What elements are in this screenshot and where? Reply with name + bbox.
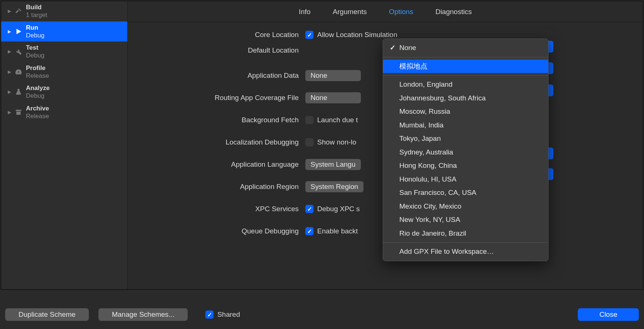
- app-region-select[interactable]: System Region: [305, 181, 363, 192]
- dropdown-item-none[interactable]: None: [383, 41, 548, 55]
- dropdown-separator: [383, 75, 548, 76]
- disclosure-icon: ▶: [8, 9, 11, 14]
- dropdown-separator: [383, 242, 548, 243]
- app-region-label: Application Region: [142, 183, 305, 191]
- caret-stub-icon: [548, 168, 553, 180]
- dropdown-item-city[interactable]: Hong Kong, China: [383, 159, 548, 173]
- scheme-sidebar: ▶ Build 1 target ▶ Run Debug ▶ Test Debu…: [1, 1, 128, 289]
- shared-label: Shared: [217, 310, 240, 319]
- dropdown-item-add-gpx[interactable]: Add GPX File to Workspace…: [383, 245, 548, 259]
- localization-dbg-label: Localization Debugging: [142, 138, 305, 146]
- dropdown-item-city[interactable]: Moscow, Russia: [383, 105, 548, 119]
- dropdown-item-city[interactable]: London, England: [383, 78, 548, 92]
- app-language-select[interactable]: System Langu: [305, 159, 361, 170]
- background-fetch-checkbox[interactable]: [305, 116, 313, 124]
- app-language-label: Application Language: [142, 160, 305, 169]
- tab-arguments[interactable]: Arguments: [333, 8, 367, 16]
- duplicate-scheme-button[interactable]: Duplicate Scheme: [5, 308, 89, 321]
- tab-info[interactable]: Info: [299, 8, 311, 16]
- sidebar-sub: 1 target: [26, 11, 47, 19]
- dropdown-item-city[interactable]: Johannesburg, South Africa: [383, 92, 548, 105]
- routing-file-select[interactable]: None: [305, 92, 361, 103]
- xpc-label: XPC Services: [142, 205, 305, 213]
- application-data-select[interactable]: None: [305, 70, 361, 81]
- tab-options[interactable]: Options: [389, 8, 413, 16]
- sidebar-title: Profile: [26, 64, 49, 72]
- sidebar-item-profile[interactable]: ▶ Profile Release: [1, 62, 127, 82]
- dropdown-item-city[interactable]: Rio de Janeiro, Brazil: [383, 227, 548, 240]
- sidebar-sub: Debug: [26, 92, 50, 100]
- dropdown-item-city[interactable]: Mexico City, Mexico: [383, 200, 548, 213]
- sidebar-title: Analyze: [26, 84, 50, 92]
- dropdown-item-city[interactable]: Tokyo, Japan: [383, 132, 548, 146]
- xpc-checkbox[interactable]: [305, 205, 313, 213]
- dropdown-separator: [383, 57, 548, 57]
- disclosure-icon: ▶: [8, 89, 11, 94]
- shared-checkbox[interactable]: [205, 310, 214, 319]
- allow-location-checkbox[interactable]: [305, 31, 313, 39]
- manage-schemes-button[interactable]: Manage Schemes...: [98, 308, 188, 321]
- sidebar-item-analyze[interactable]: ▶ Analyze Debug: [1, 82, 127, 102]
- bottom-bar: Duplicate Scheme Manage Schemes... Share…: [0, 308, 644, 321]
- disclosure-icon: ▶: [8, 49, 11, 54]
- core-location-label: Core Location: [142, 31, 305, 39]
- dropdown-item-city[interactable]: Honolulu, HI, USA: [383, 173, 548, 186]
- tab-diagnostics[interactable]: Diagnostics: [435, 8, 472, 16]
- caret-stub-icon: [548, 62, 553, 74]
- close-button[interactable]: Close: [578, 308, 639, 321]
- sidebar-item-build[interactable]: ▶ Build 1 target: [1, 1, 127, 21]
- allow-location-text: Allow Location Simulation: [317, 31, 398, 39]
- play-icon: [13, 26, 24, 37]
- sidebar-item-archive[interactable]: ▶ Archive Release: [1, 102, 127, 123]
- caret-stub-icon: [548, 147, 553, 159]
- sidebar-title: Test: [26, 44, 44, 51]
- wrench-icon: [13, 46, 24, 57]
- localization-dbg-text: Show non-lo: [317, 138, 356, 146]
- disclosure-icon: ▶: [8, 29, 11, 34]
- xpc-text: Debug XPC s: [317, 205, 360, 213]
- dropdown-item-city[interactable]: Mumbai, India: [383, 119, 548, 132]
- sidebar-title: Run: [26, 24, 44, 31]
- flask-icon: [13, 87, 24, 97]
- background-fetch-text: Launch due t: [317, 116, 358, 124]
- dropdown-item-highlighted[interactable]: 模拟地点: [383, 60, 548, 73]
- disclosure-icon: ▶: [8, 69, 11, 74]
- hammer-icon: [13, 6, 24, 16]
- queue-text: Enable backt: [317, 227, 358, 235]
- caret-stub-icon: [548, 41, 553, 53]
- sidebar-sub: Release: [26, 112, 49, 120]
- caret-stub-icon: [548, 84, 553, 96]
- default-location-dropdown[interactable]: None 模拟地点 London, EnglandJohannesburg, S…: [383, 39, 549, 261]
- dropdown-item-city[interactable]: Sydney, Australia: [383, 146, 548, 159]
- disclosure-icon: ▶: [8, 110, 11, 115]
- sidebar-title: Archive: [26, 104, 49, 112]
- sidebar-sub: Debug: [26, 51, 44, 59]
- archive-icon: [13, 107, 24, 117]
- background-fetch-label: Background Fetch: [142, 116, 305, 124]
- sidebar-sub: Release: [26, 72, 49, 80]
- sidebar-item-test[interactable]: ▶ Test Debug: [1, 41, 127, 62]
- sidebar-title: Build: [26, 3, 47, 11]
- application-data-label: Application Data: [142, 72, 305, 80]
- queue-checkbox[interactable]: [305, 227, 313, 235]
- sidebar-sub: Debug: [26, 31, 44, 39]
- tabs-bar: Info Arguments Options Diagnostics: [128, 1, 643, 22]
- default-location-label: Default Location: [142, 46, 305, 54]
- localization-dbg-checkbox[interactable]: [305, 138, 313, 146]
- sidebar-item-run[interactable]: ▶ Run Debug: [1, 21, 127, 42]
- gauge-icon: [13, 67, 24, 77]
- dropdown-item-city[interactable]: New York, NY, USA: [383, 213, 548, 227]
- routing-file-label: Routing App Coverage File: [142, 94, 305, 102]
- queue-label: Queue Debugging: [142, 227, 305, 235]
- dropdown-item-city[interactable]: San Francisco, CA, USA: [383, 186, 548, 200]
